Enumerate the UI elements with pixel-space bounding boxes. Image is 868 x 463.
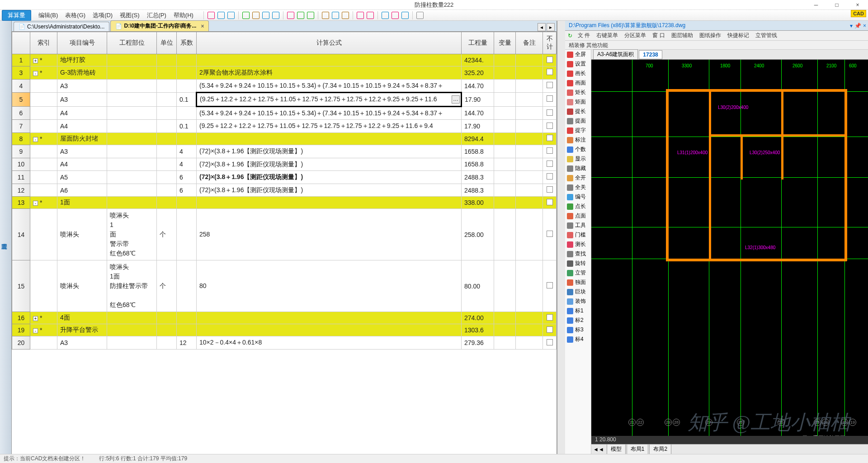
tree-cell[interactable] (30, 79, 57, 93)
cell-unit[interactable]: 个 (157, 260, 177, 312)
cell-project[interactable]: 1面 (57, 197, 107, 209)
cell-project[interactable]: A4 (57, 158, 107, 171)
cell-qty[interactable]: 2488.3 (462, 171, 494, 184)
tool-画面[interactable]: 画面 (565, 78, 591, 88)
cell-coef[interactable] (177, 66, 197, 80)
checkbox[interactable] (547, 199, 553, 205)
table-row[interactable]: 6A4(5.34＋9.24＋9.24＋10.15＋10.15＋5.34)＋(7.… (12, 106, 557, 120)
tb-icon[interactable] (217, 12, 225, 19)
cell-project[interactable]: 喷淋头 (57, 260, 107, 312)
cell-nc[interactable] (543, 93, 557, 107)
rmenu-zone[interactable]: 分区菜单 (622, 31, 649, 40)
tree-cell[interactable]: -* (30, 132, 57, 145)
cell-part[interactable] (107, 145, 157, 158)
cell-unit[interactable] (157, 145, 177, 158)
tb-icon[interactable] (416, 12, 424, 19)
tb-icon[interactable] (332, 12, 339, 19)
cell-qty[interactable]: 2488.3 (462, 184, 494, 197)
cell-nc[interactable] (543, 54, 557, 66)
row-header[interactable]: 1 (12, 54, 30, 66)
cell-formula[interactable] (197, 54, 462, 66)
checkbox[interactable] (547, 314, 553, 321)
cell-var[interactable] (494, 197, 516, 209)
cell-qty[interactable]: 8294.4 (462, 132, 494, 145)
tree-cell[interactable] (30, 145, 57, 158)
cell-unit[interactable]: 个 (157, 209, 177, 260)
tab-next[interactable]: ► (547, 23, 555, 31)
row-header[interactable]: 19 (12, 324, 30, 336)
row-header[interactable]: 11 (12, 171, 30, 184)
cell-part[interactable] (107, 336, 157, 350)
cell-note[interactable] (516, 106, 543, 120)
table-row[interactable]: 9A34(72)×(3.8＋1.96【测距仪现场测量】)1658.8 (12, 145, 557, 158)
row-header[interactable]: 9 (12, 145, 30, 158)
refresh-icon[interactable]: ↻ (568, 33, 572, 39)
tree-cell[interactable] (30, 260, 57, 312)
cell-qty[interactable]: 338.00 (462, 197, 494, 209)
cell-formula[interactable]: (72)×(3.8＋1.96【测距仪现场测量】) (197, 145, 462, 158)
cell-formula[interactable]: 258 (197, 209, 462, 260)
cell-project[interactable]: A5 (57, 171, 107, 184)
cell-unit[interactable] (157, 120, 177, 133)
cell-qty[interactable]: 80.00 (462, 260, 494, 312)
tb-icon[interactable] (242, 12, 250, 19)
cell-qty[interactable]: 1658.8 (462, 158, 494, 171)
cell-coef[interactable]: 0.1 (177, 120, 197, 133)
tree-cell[interactable] (30, 120, 57, 133)
row-header[interactable]: 14 (12, 209, 30, 260)
tb-icon[interactable] (252, 12, 259, 19)
menu-view[interactable]: 视图(S) (116, 10, 143, 20)
row-header[interactable]: 12 (12, 184, 30, 197)
cell-project[interactable]: A3 (57, 336, 107, 350)
cell-var[interactable] (494, 79, 516, 93)
cell-qty[interactable]: 258.00 (462, 209, 494, 260)
cell-project[interactable]: A3 (57, 145, 107, 158)
cell-project[interactable]: 4面 (57, 312, 107, 324)
cell-var[interactable] (494, 120, 516, 133)
pin-icon[interactable]: 📌 (854, 23, 861, 29)
cell-unit[interactable] (157, 54, 177, 66)
layout-tab[interactable]: 布局2 (649, 444, 671, 454)
table-row[interactable]: 12A66(72)×(3.8＋1.96【测距仪现场测量】)2488.3 (12, 184, 557, 197)
checkbox[interactable] (547, 173, 553, 180)
checkbox[interactable] (547, 135, 553, 141)
row-header[interactable]: 3 (12, 66, 30, 80)
tree-cell[interactable] (30, 171, 57, 184)
file-tab-active[interactable]: 📄D:\0建中集团-工作内容\商务...× (110, 20, 209, 31)
cell-qty[interactable]: 1303.6 (462, 324, 494, 336)
tree-cell[interactable] (30, 158, 57, 171)
table-row[interactable]: 19-*升降平台警示1303.6 (12, 324, 557, 336)
tool-点面[interactable]: 点面 (565, 211, 591, 221)
tb-icon[interactable] (208, 12, 215, 19)
table-row[interactable]: 13-*1面338.00 (12, 197, 557, 209)
cell-qty[interactable]: 17.90 (462, 93, 494, 107)
cell-unit[interactable] (157, 324, 177, 336)
col-formula[interactable]: 计算公式 (197, 32, 462, 54)
cell-coef[interactable] (177, 79, 197, 93)
tool-设置[interactable]: 设置 (565, 59, 591, 69)
row-header[interactable]: 5 (12, 93, 30, 107)
data-grid[interactable]: 索引 项目编号 工程部位 单位 系数 计算公式 工程量 变量 备注 不计 1+*… (12, 32, 557, 350)
row-header[interactable]: 13 (12, 197, 30, 209)
table-row[interactable]: 1+*地坪打胶42344. (12, 54, 557, 66)
cell-part[interactable] (107, 312, 157, 324)
tool-旋转[interactable]: 旋转 (565, 259, 591, 268)
col-unit[interactable]: 单位 (157, 32, 177, 54)
tb-icon[interactable] (401, 12, 409, 19)
cell-formula[interactable]: 2厚聚合物水泥基防水涂料 (197, 66, 462, 80)
cell-note[interactable] (516, 93, 543, 107)
tool-隐藏[interactable]: 隐藏 (565, 164, 591, 173)
tb-icon[interactable] (382, 12, 389, 19)
menu-help[interactable]: 帮助(H) (170, 10, 197, 20)
cell-coef[interactable]: 6 (177, 184, 197, 197)
cell-unit[interactable] (157, 312, 177, 324)
checkbox[interactable] (547, 123, 553, 129)
tool-提长[interactable]: 提长 (565, 107, 591, 116)
cell-var[interactable] (494, 132, 516, 145)
tree-cell[interactable]: +* (30, 312, 57, 324)
cell-var[interactable] (494, 54, 516, 66)
cell-note[interactable] (516, 336, 543, 350)
table-row[interactable]: 16+*4面274.00 (12, 312, 557, 324)
cell-var[interactable] (494, 171, 516, 184)
cell-coef[interactable] (177, 106, 197, 120)
